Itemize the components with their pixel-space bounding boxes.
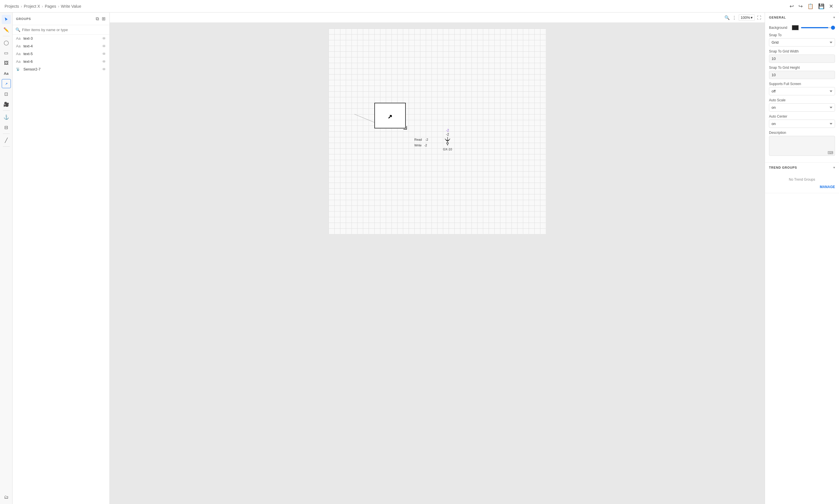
rectangle-tool[interactable]: ▭ — [2, 48, 11, 57]
general-section: GENERAL ▾ Background Snap To Grid — [765, 13, 839, 163]
redo-button[interactable]: ↪ — [797, 2, 804, 11]
write-label: Write — [414, 144, 422, 147]
search-bar: 🔍 — [13, 25, 109, 35]
text-icon-5: Aa — [16, 52, 22, 56]
anchor-tool[interactable]: ⚓ — [2, 112, 11, 122]
search-canvas-button[interactable]: 🔍 — [724, 15, 730, 20]
toolbar-div3 — [3, 133, 10, 134]
background-slider-thumb[interactable] — [831, 26, 835, 30]
cursor-tool[interactable] — [2, 15, 11, 24]
background-label: Background — [769, 26, 792, 30]
write-value-tool[interactable]: ↗ — [2, 79, 11, 88]
zoom-selector[interactable]: 100% ▾ — [739, 14, 755, 21]
layer-item[interactable]: Aa text-3 👁 — [13, 35, 109, 42]
line-tool[interactable]: ╱ — [2, 136, 11, 145]
canvas-toolbar: 🔍 ⋮ 100% ▾ ⛶ — [110, 13, 765, 23]
close-button[interactable]: ✕ — [828, 2, 835, 11]
autocenter-select[interactable]: on off — [769, 120, 835, 128]
background-color-preview[interactable] — [792, 25, 799, 30]
trend-groups-header[interactable]: TREND GROUPS ▾ — [765, 163, 839, 173]
autoscale-select[interactable]: on off — [769, 103, 835, 112]
translate-icon[interactable]: ⌨ — [827, 150, 833, 155]
trend-groups-title: TREND GROUPS — [769, 166, 797, 169]
circle-tool[interactable]: ◯ — [2, 38, 11, 47]
save-button[interactable]: 💾 — [817, 2, 825, 11]
breadcrumb-projects[interactable]: Projects — [4, 4, 19, 8]
text-tool[interactable]: Aa — [2, 69, 11, 78]
fullscreen-button[interactable]: ⛶ — [757, 15, 761, 20]
layer-item[interactable]: 📡 Sensor2-7 👁 — [13, 65, 109, 73]
trend-empty-text: No Trend Groups — [769, 175, 835, 184]
write-value-widget[interactable]: ↗ — [374, 103, 406, 128]
snap-height-container: Snap To Grid Height — [769, 66, 835, 79]
topbar-actions: ↩ ↪ 📋 💾 ✕ — [788, 2, 835, 11]
canvas-area: 🔍 ⋮ 100% ▾ ⛶ ↗ — [110, 13, 765, 504]
canvas-wrapper[interactable]: ↗ Read -2 Write -2 — [110, 23, 765, 504]
image-tool[interactable]: 🖼 — [2, 58, 11, 68]
svg-point-2 — [447, 142, 448, 144]
autoscale-label: Auto Scale — [769, 98, 835, 102]
layer-item[interactable]: Aa text-4 👁 — [13, 42, 109, 50]
panel-title: GROUPS — [16, 17, 31, 21]
background-slider[interactable] — [801, 27, 835, 28]
autocenter-container: Auto Center on off — [769, 114, 835, 128]
breadcrumb-projectx[interactable]: Project X — [24, 4, 40, 8]
save-draft-button[interactable]: 📋 — [806, 2, 815, 11]
fullscreen-container: Supports Full Screen off on — [769, 82, 835, 95]
panel-header-actions: ⧉ ⊞ — [95, 15, 106, 22]
add-group-button[interactable]: ⊞ — [101, 15, 106, 22]
general-chevron-icon: ▾ — [833, 15, 835, 19]
toolbar-div4 — [3, 146, 10, 147]
snap-to-label: Snap To — [769, 33, 835, 37]
fullscreen-label: Supports Full Screen — [769, 82, 835, 86]
general-title: GENERAL — [769, 16, 786, 19]
breadcrumb-pages[interactable]: Pages — [45, 4, 56, 8]
right-panel: GENERAL ▾ Background Snap To Grid — [765, 13, 839, 504]
main-layout: ✏️ ◯ ▭ 🖼 Aa ↗ ⊡ 🎥 ⚓ ⊟ ╱ 🗂 GROUPS ⧉ ⊞ 🔍 — [0, 13, 839, 504]
write-row: Write -2 — [414, 143, 428, 148]
fullscreen-select[interactable]: off on — [769, 87, 835, 95]
copy-panel-button[interactable]: ⧉ — [95, 15, 100, 22]
layer-name-5: text-5 — [23, 52, 106, 56]
sensor-widget[interactable]: -2 -2 GX-10 — [443, 128, 452, 151]
snap-height-input[interactable] — [769, 71, 835, 79]
general-section-header[interactable]: GENERAL ▾ — [765, 13, 839, 22]
frame-tool[interactable]: ⊟ — [2, 123, 11, 132]
layer-item[interactable]: Aa text-6 👁 — [13, 58, 109, 65]
more-options-button[interactable]: ⋮ — [732, 15, 736, 20]
description-input[interactable] — [769, 136, 835, 156]
autocenter-label: Auto Center — [769, 114, 835, 119]
panel-header: GROUPS ⧉ ⊞ — [13, 13, 109, 25]
eye-icon-5[interactable]: 👁 — [102, 52, 106, 56]
zoom-chevron-icon: ▾ — [751, 15, 753, 20]
layer-item[interactable]: Aa text-5 👁 — [13, 50, 109, 58]
video-tool[interactable]: 🎥 — [2, 100, 11, 109]
left-panel: GROUPS ⧉ ⊞ 🔍 Aa text-3 👁 Aa text-4 👁 — [13, 13, 110, 504]
eye-icon-4[interactable]: 👁 — [102, 44, 106, 49]
eye-icon-6[interactable]: 👁 — [102, 59, 106, 64]
search-icon: 🔍 — [15, 28, 20, 32]
snap-to-select[interactable]: Grid None Objects — [769, 38, 835, 47]
toolbar-div2 — [3, 110, 10, 111]
general-section-body: Background Snap To Grid None Objects — [765, 22, 839, 162]
text-icon-3: Aa — [16, 36, 22, 40]
sensor-label: GX-10 — [443, 147, 452, 151]
search-input[interactable] — [22, 28, 107, 32]
breadcrumb-current: Write Value — [61, 4, 81, 8]
eye-icon-7[interactable]: 👁 — [102, 67, 106, 72]
text-icon-4: Aa — [16, 44, 22, 48]
layer-name-3: text-3 — [23, 36, 106, 40]
scale-tool[interactable]: ⊡ — [2, 89, 11, 98]
description-container: Description ⌨ — [769, 131, 835, 157]
pen-tool[interactable]: ✏️ — [2, 25, 11, 34]
snap-width-label: Snap To Grid Width — [769, 49, 835, 53]
undo-button[interactable]: ↩ — [788, 2, 795, 11]
topbar: Projects › Project X › Pages › Write Val… — [0, 0, 839, 13]
autoscale-container: Auto Scale on off — [769, 98, 835, 112]
resize-handle[interactable] — [404, 126, 407, 130]
layer-name-sensor7: Sensor2-7 — [23, 67, 106, 71]
eye-icon-3[interactable]: 👁 — [102, 36, 106, 41]
layers-button[interactable]: 🗂 — [2, 492, 11, 502]
snap-width-input[interactable] — [769, 55, 835, 63]
manage-button[interactable]: MANAGE — [769, 184, 835, 190]
